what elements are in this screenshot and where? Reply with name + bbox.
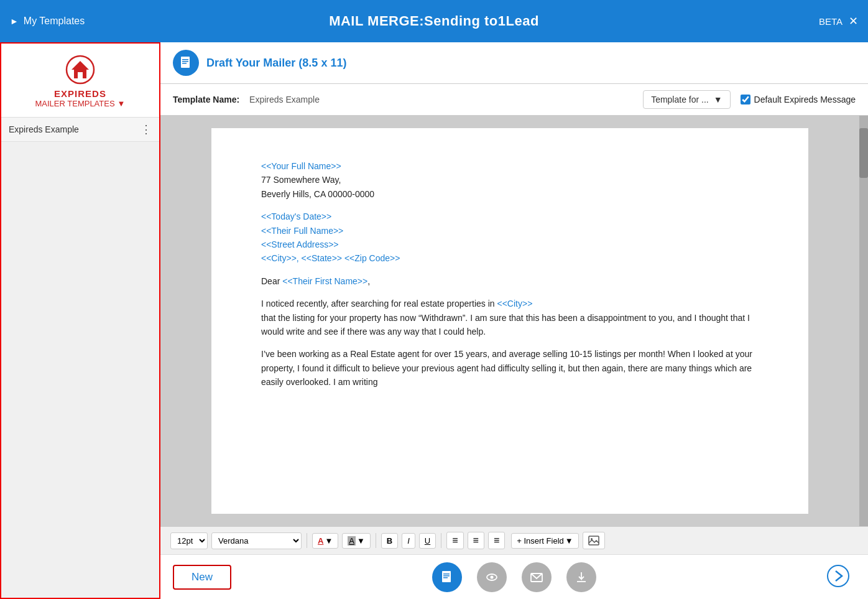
svg-rect-10 <box>443 573 450 575</box>
their-full-name-field: <<Their Full Name>> <box>261 226 343 236</box>
my-templates-label: My Templates <box>24 16 85 27</box>
document-bottom-svg <box>440 570 455 585</box>
bold-button[interactable]: B <box>381 533 398 549</box>
template-for-dropdown[interactable]: Template for ... ▼ <box>643 90 730 109</box>
close-button[interactable]: ✕ <box>849 14 858 28</box>
sender-address2: Beverly Hills, CA 00000-0000 <box>261 189 374 199</box>
image-button[interactable] <box>583 532 605 549</box>
default-checkbox[interactable] <box>741 95 750 104</box>
beta-label: BETA <box>819 16 843 27</box>
svg-rect-7 <box>589 536 599 545</box>
underline-button[interactable]: U <box>419 533 436 549</box>
salutation-block: Dear <<Their First Name>>, <box>261 274 759 288</box>
template-namebar: Template Name: Expireds Example Template… <box>160 84 868 116</box>
font-size-select[interactable]: 12pt 10pt 14pt 16pt <box>170 532 208 549</box>
dropdown-arrow-icon: ▼ <box>118 99 126 108</box>
image-icon <box>588 535 599 546</box>
arrow-right-svg <box>827 565 849 587</box>
main-layout: EXPIREDS MAILER TEMPLATES ▼ Expireds Exa… <box>0 42 868 599</box>
scrollbar-track[interactable] <box>859 116 868 526</box>
dropdown-chevron-icon: ▼ <box>714 95 723 104</box>
bottom-send-icon[interactable] <box>522 562 552 592</box>
body1-block: I noticed recently, after searching for … <box>261 297 759 338</box>
content-topbar: Draft Your Mailer (8.5 x 11) <box>160 42 868 84</box>
template-name-value: Expireds Example <box>249 95 633 104</box>
lead-label: Lead <box>506 13 539 29</box>
body2-block: I’ve been working as a Real Estate agent… <box>261 347 759 389</box>
content-area: Draft Your Mailer (8.5 x 11) Template Na… <box>160 42 868 599</box>
document-svg <box>179 56 193 70</box>
download-svg <box>574 570 589 585</box>
sidebar-category: EXPIREDS <box>54 88 106 99</box>
lead-count: 1 <box>498 13 506 29</box>
my-templates-nav[interactable]: ► My Templates <box>10 16 85 27</box>
svg-rect-9 <box>442 571 451 582</box>
next-arrow-button[interactable] <box>827 565 849 589</box>
svg-rect-2 <box>78 72 83 78</box>
doc-paper: <<Your Full Name>> 77 Somewhere Way, Bev… <box>211 128 808 514</box>
sender-block: <<Your Full Name>> 77 Somewhere Way, Bev… <box>261 159 759 201</box>
align-right-button[interactable]: ≡ <box>488 532 505 549</box>
template-list-item[interactable]: Expireds Example ⋮ <box>1 118 159 142</box>
italic-button[interactable]: I <box>402 533 415 549</box>
highlight-label: A <box>348 536 356 546</box>
template-name-label: Template Name: <box>173 95 239 104</box>
svg-rect-3 <box>181 57 190 68</box>
svg-rect-5 <box>182 61 188 62</box>
header-title: MAIL MERGE:Sending to1Lead <box>329 13 539 29</box>
svg-rect-12 <box>443 577 448 578</box>
bottom-download-icon[interactable] <box>566 562 596 592</box>
highlight-chevron: ▼ <box>357 536 365 546</box>
mail-merge-label: MAIL MERGE: <box>329 13 424 29</box>
default-label: Default Expireds Message <box>754 95 856 104</box>
svg-rect-6 <box>182 63 187 64</box>
sidebar-header: EXPIREDS MAILER TEMPLATES ▼ <box>1 44 159 118</box>
house-icon <box>65 55 95 85</box>
bottom-center-icons <box>432 562 596 592</box>
sender-name-field: <<Your Full Name>> <box>261 161 341 171</box>
svg-point-14 <box>491 575 494 578</box>
body1-city-field: <<City>> <box>497 299 533 309</box>
editor-toolbar: 12pt 10pt 14pt 16pt Verdana Arial Times … <box>160 526 868 554</box>
scrollbar-thumb[interactable] <box>859 128 868 178</box>
sending-label: Sending to <box>424 13 498 29</box>
bottom-document-icon[interactable] <box>432 562 462 592</box>
template-name: Expireds Example <box>9 124 79 134</box>
insert-field-button[interactable]: + Insert Field ▼ <box>511 533 578 549</box>
their-first-name-field: <<Their First Name>> <box>282 276 367 286</box>
template-for-label: Template for ... <box>651 95 709 104</box>
insert-field-label: + Insert Field <box>517 536 564 546</box>
svg-rect-11 <box>443 575 450 577</box>
toolbar-sep1 <box>307 533 307 548</box>
highlight-button[interactable]: A ▼ <box>342 533 371 549</box>
dear-text: Dear <box>261 276 280 286</box>
font-family-select[interactable]: Verdana Arial Times New Roman <box>211 532 302 549</box>
toolbar-sep2 <box>376 533 376 548</box>
align-left-button[interactable]: ≡ <box>446 532 463 549</box>
new-button[interactable]: New <box>173 565 231 590</box>
font-color-chevron: ▼ <box>325 536 333 546</box>
draft-mailer-icon <box>173 50 199 76</box>
body2-text: I’ve been working as a Real Estate agent… <box>261 349 752 387</box>
body1-pre: I noticed recently, after searching for … <box>261 299 495 309</box>
three-dots-menu[interactable]: ⋮ <box>141 124 152 135</box>
recipient-block: <<Today's Date>> <<Their Full Name>> <<S… <box>261 210 759 266</box>
street-address-field: <<Street Address>> <box>261 239 339 249</box>
doc-scroll-area[interactable]: <<Your Full Name>> 77 Somewhere Way, Bev… <box>160 116 859 526</box>
chevron-right-icon: ► <box>10 16 19 26</box>
align-center-button[interactable]: ≡ <box>468 532 484 549</box>
mail-svg <box>529 570 544 585</box>
header: ► My Templates MAIL MERGE:Sending to1Lea… <box>0 0 868 42</box>
body1-post: that the listing for your property has n… <box>261 313 750 337</box>
svg-point-17 <box>828 565 849 587</box>
bottom-preview-icon[interactable] <box>477 562 507 592</box>
font-color-label: A <box>318 536 323 546</box>
arrow-right-wrapper <box>822 565 849 590</box>
default-checkbox-group: Default Expireds Message <box>741 95 856 104</box>
font-color-button[interactable]: A ▼ <box>312 533 338 549</box>
insert-field-chevron: ▼ <box>565 536 573 546</box>
header-right: BETA ✕ <box>819 14 858 28</box>
city-state-zip-field: <<City>>, <<State>> <<Zip Code>> <box>261 253 400 263</box>
sender-address1: 77 Somewhere Way, <box>261 175 341 185</box>
todays-date-field: <<Today's Date>> <box>261 211 331 221</box>
